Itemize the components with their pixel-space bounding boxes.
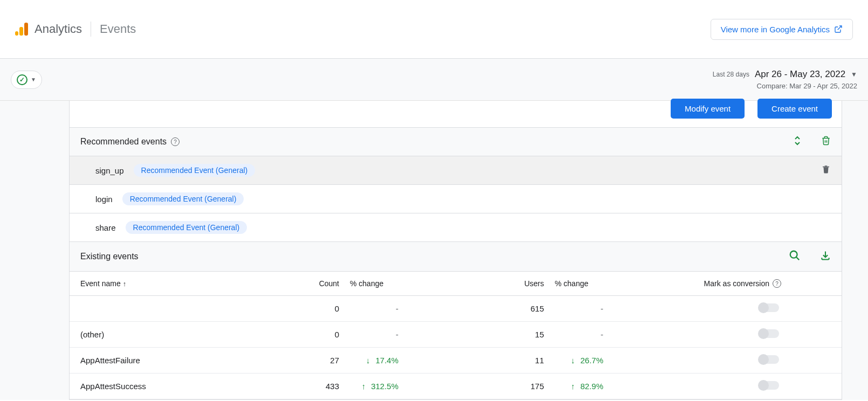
date-range-picker[interactable]: Last 28 days Apr 26 - May 23, 2022 ▼ Com… (713, 69, 857, 90)
rec-event-name: login (95, 195, 113, 204)
table-row[interactable]: AppAttestFailure27↓17.4%11↓26.7% (70, 348, 842, 374)
cell-event-name: (other) (80, 330, 264, 339)
action-buttons-row: Modify event Create event (70, 101, 842, 128)
cell-users: 15 (404, 330, 544, 339)
rec-chip: Recommended Event (General) (134, 164, 256, 177)
col-change-users[interactable]: % change (544, 279, 609, 288)
divider (91, 22, 91, 37)
cell-change: ↓17.4% (339, 356, 404, 365)
status-filter-pill[interactable]: ✓ ▼ (11, 71, 42, 89)
table-row[interactable]: (other)0-15- (70, 322, 842, 348)
table-row[interactable]: AppAttestSuccess433↑312.5%175↑82.9% (70, 374, 842, 399)
col-change[interactable]: % change (339, 279, 404, 288)
date-range-value: Apr 26 - May 23, 2022 (755, 69, 845, 80)
cell-change: - (339, 304, 404, 313)
brand-title: Analytics (35, 22, 82, 36)
rec-event-name: sign_up (95, 166, 124, 175)
help-icon[interactable]: ? (773, 279, 781, 288)
rec-event-name: share (95, 223, 116, 232)
create-event-button[interactable]: Create event (757, 99, 832, 119)
cell-users: 175 (404, 382, 544, 391)
recommended-title: Recommended events (80, 137, 167, 147)
cell-conversion-toggle (609, 381, 831, 391)
secondary-bar: ✓ ▼ Last 28 days Apr 26 - May 23, 2022 ▼… (0, 59, 868, 101)
svg-line-0 (838, 26, 842, 30)
cell-change-users: - (544, 304, 609, 313)
cell-conversion-toggle (609, 329, 831, 340)
view-more-label: View more in Google Analytics (721, 25, 830, 34)
section-name: Events (100, 22, 136, 36)
cell-change-users: ↓26.7% (544, 356, 609, 365)
cell-count: 0 (264, 304, 339, 313)
cell-users: 11 (404, 356, 544, 365)
toggle-switch[interactable] (759, 355, 779, 364)
recommended-row[interactable]: share Recommended Event (General) (70, 213, 842, 242)
check-circle-icon: ✓ (17, 74, 27, 85)
arrow-down-icon: ↓ (366, 356, 370, 365)
rec-chip: Recommended Event (General) (122, 192, 244, 205)
chevron-down-icon: ▼ (851, 71, 857, 78)
cell-event-name: AppAttestFailure (80, 356, 264, 365)
recommended-row[interactable]: login Recommended Event (General) (70, 185, 842, 213)
search-icon[interactable] (789, 250, 801, 264)
col-count[interactable]: Count (264, 279, 339, 288)
cell-conversion-toggle (609, 355, 831, 365)
cell-change-users: ↑82.9% (544, 382, 609, 391)
content-area: Modify event Create event Recommended ev… (0, 101, 868, 400)
svg-line-2 (796, 257, 800, 260)
sort-asc-icon: ↑ (123, 280, 127, 288)
toggle-switch[interactable] (759, 381, 779, 390)
existing-title: Existing events (80, 252, 139, 261)
cell-event-name: AppAttestSuccess (80, 382, 264, 391)
events-panel: Modify event Create event Recommended ev… (69, 101, 842, 400)
chevron-down-icon: ▼ (31, 77, 36, 82)
date-range-label: Last 28 days (713, 71, 749, 78)
cell-count: 433 (264, 382, 339, 391)
cell-users: 615 (404, 304, 544, 313)
open-in-new-icon (834, 25, 843, 33)
arrow-up-icon: ↑ (571, 382, 575, 391)
analytics-logo-icon (15, 23, 28, 36)
download-icon[interactable] (820, 250, 831, 263)
delete-icon[interactable] (821, 164, 831, 177)
brand-block: Analytics Events (15, 22, 136, 37)
col-users[interactable]: Users (404, 279, 544, 288)
cell-change: ↑312.5% (339, 382, 404, 391)
cell-count: 0 (264, 330, 339, 339)
svg-point-1 (790, 251, 797, 258)
rec-chip: Recommended Event (General) (126, 221, 247, 234)
delete-all-icon[interactable] (821, 135, 831, 148)
cell-change: - (339, 330, 404, 339)
toggle-switch[interactable] (759, 329, 779, 338)
recommended-events-header: Recommended events ? (70, 128, 842, 156)
toggle-switch[interactable] (759, 303, 779, 312)
expand-collapse-icon[interactable] (793, 136, 802, 148)
arrow-down-icon: ↓ (571, 356, 575, 365)
top-header: Analytics Events View more in Google Ana… (0, 0, 868, 59)
arrow-up-icon: ↑ (362, 382, 366, 391)
table-row[interactable]: 0-615- (70, 296, 842, 322)
cell-conversion-toggle (609, 303, 831, 314)
cell-change-users: - (544, 330, 609, 339)
date-compare-label: Compare: Mar 29 - Apr 25, 2022 (713, 82, 857, 90)
help-icon[interactable]: ? (171, 137, 180, 146)
modify-event-button[interactable]: Modify event (671, 99, 745, 119)
col-event-name[interactable]: Event name ↑ (80, 279, 264, 288)
table-header-row: Event name ↑ Count % change Users % chan… (70, 272, 842, 296)
recommended-row[interactable]: sign_up Recommended Event (General) (70, 156, 842, 185)
existing-events-header: Existing events (70, 242, 842, 272)
col-conversion: Mark as conversion ? (609, 279, 831, 288)
view-more-button[interactable]: View more in Google Analytics (711, 19, 853, 40)
cell-count: 27 (264, 356, 339, 365)
